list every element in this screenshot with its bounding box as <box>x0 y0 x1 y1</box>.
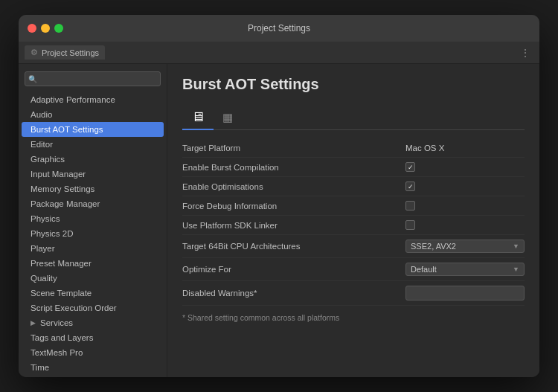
sidebar-item-adaptive-performance[interactable]: Adaptive Performance <box>19 92 167 107</box>
sidebar-item-label: Burst AOT Settings <box>31 125 103 134</box>
sidebar-item-label: Package Manager <box>31 199 100 208</box>
platform-tab-grid[interactable]: ▦ <box>214 106 242 129</box>
sidebar-item-label: Audio <box>31 110 52 119</box>
sidebar-item-label: Memory Settings <box>31 184 94 193</box>
dropdown[interactable]: SSE2, AVX2▼ <box>405 240 525 253</box>
search-icon: 🔍 <box>28 75 37 83</box>
chevron-down-icon: ▼ <box>513 266 519 273</box>
dropdown-value: Default <box>411 265 437 274</box>
setting-value-enable-optimisations[interactable] <box>397 177 525 196</box>
setting-value-target-platform: Mac OS X <box>397 139 525 158</box>
text-input[interactable] <box>405 286 525 301</box>
sidebar-item-label: Adaptive Performance <box>31 95 115 104</box>
setting-label-enable-optimisations: Enable Optimisations <box>182 177 397 196</box>
sidebar-item-timeline[interactable]: Timeline <box>19 375 167 377</box>
checkbox[interactable] <box>405 181 415 191</box>
sidebar-item-script-execution-order[interactable]: Script Execution Order <box>19 301 167 315</box>
main-content-panel: Burst AOT Settings 🖥 ▦ Target PlatformMa… <box>167 64 539 377</box>
sidebar-item-memory-settings[interactable]: Memory Settings <box>19 181 167 196</box>
sidebar-item-label: Tags and Layers <box>31 333 93 342</box>
sidebar-item-label: Physics 2D <box>31 229 74 238</box>
close-button[interactable] <box>28 24 36 33</box>
setting-value-disabled-warnings[interactable] <box>397 281 525 306</box>
setting-label-force-debug-information: Force Debug Information <box>182 196 397 216</box>
checkbox[interactable] <box>405 201 415 211</box>
sidebar-item-label: TextMesh Pro <box>31 348 83 357</box>
sidebar-item-label: Quality <box>31 274 57 283</box>
sidebar-item-label: Services <box>40 318 73 327</box>
sidebar-item-label: Graphics <box>31 155 65 164</box>
checkbox[interactable] <box>405 220 415 230</box>
sidebar-item-player[interactable]: Player <box>19 241 167 256</box>
search-input[interactable] <box>25 71 161 86</box>
setting-value-target-64bit-cpu-architectures[interactable]: SSE2, AVX2▼ <box>397 235 525 258</box>
sidebar-item-burst-aot-settings[interactable]: Burst AOT Settings <box>22 122 164 137</box>
sidebar-item-label: Editor <box>31 140 53 149</box>
setting-label-enable-burst-compilation: Enable Burst Compilation <box>182 158 397 177</box>
sidebar-item-graphics[interactable]: Graphics <box>19 152 167 167</box>
settings-grid: Target PlatformMac OS XEnable Burst Comp… <box>182 139 525 306</box>
sidebar-items-list: Adaptive PerformanceAudioBurst AOT Setti… <box>19 92 167 377</box>
content-area: 🔍 Adaptive PerformanceAudioBurst AOT Set… <box>19 64 539 377</box>
page-title: Burst AOT Settings <box>182 76 525 93</box>
sidebar-item-quality[interactable]: Quality <box>19 271 167 286</box>
setting-label-use-platform-sdk-linker: Use Platform SDK Linker <box>182 216 397 235</box>
setting-label-target-64bit-cpu-architectures: Target 64Bit CPU Architectures <box>182 235 397 258</box>
setting-value-force-debug-information[interactable] <box>397 196 525 216</box>
setting-label-optimize-for: Optimize For <box>182 258 397 281</box>
dropdown[interactable]: Default▼ <box>405 263 525 276</box>
sidebar-item-audio[interactable]: Audio <box>19 107 167 122</box>
setting-value-use-platform-sdk-linker[interactable] <box>397 216 525 235</box>
sidebar-item-preset-manager[interactable]: Preset Manager <box>19 256 167 271</box>
sidebar-item-input-manager[interactable]: Input Manager <box>19 167 167 181</box>
sidebar-item-label: Preset Manager <box>31 259 92 268</box>
window-title: Project Settings <box>248 23 310 33</box>
sidebar-item-label: Input Manager <box>31 170 86 179</box>
sidebar-item-package-manager[interactable]: Package Manager <box>19 196 167 211</box>
setting-value-optimize-for[interactable]: Default▼ <box>397 258 525 281</box>
grid-icon: ▦ <box>222 111 233 123</box>
sidebar: 🔍 Adaptive PerformanceAudioBurst AOT Set… <box>19 64 167 377</box>
setting-label-target-platform: Target Platform <box>182 139 397 158</box>
sidebar-item-label: Script Execution Order <box>31 303 117 312</box>
dropdown-value: SSE2, AVX2 <box>411 242 456 251</box>
sidebar-item-editor[interactable]: Editor <box>19 137 167 152</box>
titlebar: Project Settings <box>19 15 539 42</box>
sidebar-item-label: Time <box>31 363 49 372</box>
arrow-icon: ▶ <box>31 319 36 327</box>
kebab-menu-button[interactable]: ⋮ <box>517 47 533 59</box>
sidebar-item-label: Physics <box>31 214 60 223</box>
sidebar-item-label: Player <box>31 244 55 253</box>
chevron-down-icon: ▼ <box>513 242 519 250</box>
desktop-icon: 🖥 <box>191 109 205 124</box>
toolbar-tab-label: Project Settings <box>42 48 99 57</box>
main-window: Project Settings ⚙ Project Settings ⋮ 🔍 … <box>19 15 539 377</box>
traffic-lights <box>28 24 63 33</box>
platform-tab-desktop[interactable]: 🖥 <box>182 105 214 129</box>
toolbar: ⚙ Project Settings ⋮ <box>19 42 539 64</box>
checkbox[interactable] <box>405 162 415 172</box>
gear-icon: ⚙ <box>31 48 38 57</box>
sidebar-item-physics-2d[interactable]: Physics 2D <box>19 226 167 241</box>
sidebar-search-container: 🔍 <box>25 71 161 86</box>
toolbar-tab-project-settings[interactable]: ⚙ Project Settings <box>25 45 105 60</box>
setting-value-enable-burst-compilation[interactable] <box>397 158 525 177</box>
sidebar-item-label: Scene Template <box>31 289 92 298</box>
maximize-button[interactable] <box>54 24 63 33</box>
sidebar-item-physics[interactable]: Physics <box>19 211 167 226</box>
sidebar-item-time[interactable]: Time <box>19 360 167 375</box>
sidebar-item-textmesh-pro[interactable]: TextMesh Pro <box>19 345 167 360</box>
setting-text-value: Mac OS X <box>405 144 444 152</box>
setting-label-disabled-warnings: Disabled Warnings* <box>182 281 397 306</box>
minimize-button[interactable] <box>41 24 50 33</box>
platform-tabs: 🖥 ▦ <box>182 105 525 130</box>
sidebar-item-scene-template[interactable]: Scene Template <box>19 286 167 301</box>
sidebar-item-services[interactable]: ▶Services <box>19 315 167 330</box>
footnote: * Shared setting common across all platf… <box>182 313 525 322</box>
sidebar-item-tags-and-layers[interactable]: Tags and Layers <box>19 330 167 345</box>
